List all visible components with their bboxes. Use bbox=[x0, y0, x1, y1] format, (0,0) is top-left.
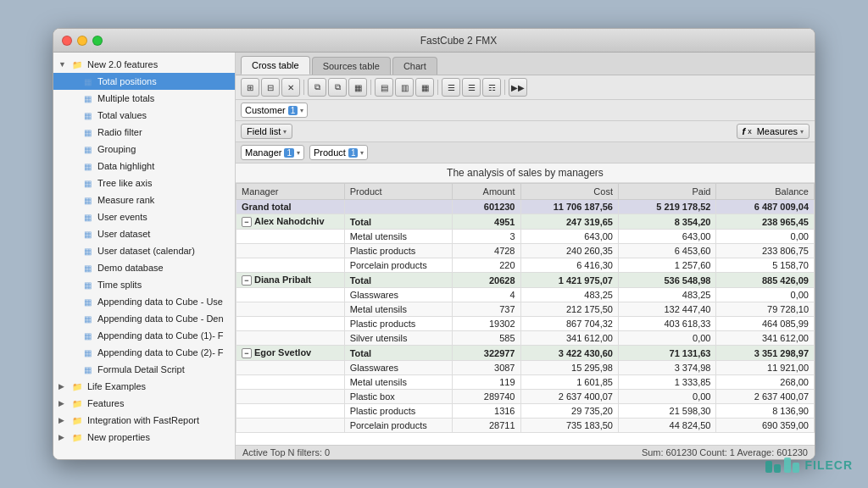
toolbar-btn-10[interactable]: ☰ bbox=[462, 78, 481, 97]
sidebar-item-life-examples[interactable]: ▶📁Life Examples bbox=[53, 378, 235, 395]
sidebar-item-total-positions[interactable]: ▦Total positions bbox=[53, 73, 235, 90]
sidebar-item-formula-detail[interactable]: ▦Formula Detail Script bbox=[53, 361, 235, 378]
close-button[interactable] bbox=[62, 36, 72, 46]
col-header-product: Product bbox=[344, 184, 452, 200]
cell-balance: 238 965,45 bbox=[716, 214, 815, 230]
toolbar-btn-8[interactable]: ▦ bbox=[415, 78, 434, 97]
sidebar-label: New properties bbox=[87, 432, 150, 442]
table-row[interactable]: Plastic box 289740 2 637 400,07 0,00 2 6… bbox=[236, 390, 815, 404]
sidebar-label: Appending data to Cube - Den bbox=[97, 313, 224, 324]
customer-dropdown[interactable]: Customer 1 ▾ bbox=[241, 103, 308, 118]
toolbar-btn-11[interactable]: ☶ bbox=[482, 78, 501, 97]
table-row[interactable]: Plastic products 1316 29 735,20 21 598,3… bbox=[236, 404, 815, 419]
table-row[interactable]: Plastic products 19302 867 704,32 403 61… bbox=[236, 317, 815, 331]
toolbar-btn-delete[interactable]: ✕ bbox=[281, 78, 300, 97]
measures-button[interactable]: fx Measures ▾ bbox=[737, 124, 810, 139]
cell-paid: 5 219 178,52 bbox=[618, 200, 715, 214]
sidebar-item-data-highlight[interactable]: ▦Data highlight bbox=[53, 158, 235, 175]
sidebar-item-integration[interactable]: ▶📁Integration with FastReport bbox=[53, 412, 235, 429]
toolbar-btn-play[interactable]: ▶▶ bbox=[509, 78, 527, 97]
sidebar-item-new-properties[interactable]: ▶📁New properties bbox=[53, 429, 235, 446]
toolbar-btn-9[interactable]: ☰ bbox=[442, 78, 460, 97]
cell-manager bbox=[236, 288, 345, 302]
sidebar-item-radio-filter[interactable]: ▦Radio filter bbox=[53, 124, 235, 141]
cell-balance: 3 351 298,97 bbox=[716, 346, 815, 361]
sidebar-item-new20[interactable]: ▼📁New 2.0 features bbox=[53, 56, 235, 73]
sidebar-item-appending-use[interactable]: ▦Appending data to Cube - Use bbox=[53, 293, 235, 310]
cell-balance: 0,00 bbox=[716, 230, 815, 244]
group-expand-icon[interactable]: − bbox=[242, 217, 252, 227]
table-row[interactable]: Metal utensils 119 1 601,85 1 333,85 268… bbox=[236, 375, 815, 390]
sidebar-item-time-splits[interactable]: ▦Time splits bbox=[53, 276, 235, 293]
table-row[interactable]: Glasswares 4 483,25 483,25 0,00 bbox=[236, 288, 815, 302]
titlebar: FastCube 2 FMX bbox=[53, 29, 815, 53]
product-dropdown[interactable]: Product 1 ▾ bbox=[309, 145, 368, 160]
cell-paid: 8 354,20 bbox=[618, 214, 715, 230]
sidebar-item-user-events[interactable]: ▦User events bbox=[53, 208, 235, 225]
sidebar-item-measure-rank[interactable]: ▦Measure rank bbox=[53, 191, 235, 208]
sidebar-label: Data highlight bbox=[97, 161, 154, 171]
folder-icon: 📁 bbox=[70, 396, 84, 410]
cell-cost: 212 175,50 bbox=[520, 302, 618, 317]
controls-row-1: Customer 1 ▾ bbox=[236, 100, 815, 121]
table-row[interactable]: Porcelain products 220 6 416,30 1 257,60… bbox=[236, 258, 815, 273]
table-row[interactable]: Glasswares 3087 15 295,98 3 374,98 11 92… bbox=[236, 361, 815, 375]
toolbar-btn-2[interactable]: ⊟ bbox=[261, 78, 280, 97]
toolbar-sep-4 bbox=[504, 80, 505, 95]
field-list-button[interactable]: Field list ▾ bbox=[241, 124, 292, 139]
table-row[interactable]: −Alex Nahodchiv Total 4951 247 319,65 8 … bbox=[236, 214, 815, 230]
toolbar-btn-3[interactable]: ⧉ bbox=[308, 78, 326, 97]
table-row[interactable]: Silver utensils 585 341 612,00 0,00 341 … bbox=[236, 331, 815, 346]
cell-manager bbox=[236, 302, 345, 317]
sidebar-item-tree-like-axis[interactable]: ▦Tree like axis bbox=[53, 175, 235, 191]
sidebar-label: Time splits bbox=[97, 280, 142, 290]
sidebar-item-user-dataset-cal[interactable]: ▦User dataset (calendar) bbox=[53, 242, 235, 259]
sidebar-label: Appending data to Cube (1)- F bbox=[97, 330, 224, 341]
maximize-button[interactable] bbox=[92, 36, 103, 46]
toolbar-btn-7[interactable]: ▥ bbox=[395, 78, 414, 97]
cell-manager bbox=[236, 258, 345, 273]
table-row[interactable]: Porcelain products 28711 735 183,50 44 8… bbox=[236, 419, 815, 433]
main-content: ▼📁New 2.0 features▦Total positions▦Multi… bbox=[53, 53, 815, 459]
field-list-label: Field list bbox=[247, 126, 281, 136]
tab-cross-table[interactable]: Cross table bbox=[241, 56, 310, 75]
sidebar-item-appending-f1[interactable]: ▦Appending data to Cube (1)- F bbox=[53, 327, 235, 344]
sidebar-item-grouping[interactable]: ▦Grouping bbox=[53, 141, 235, 158]
sidebar-item-appending-den[interactable]: ▦Appending data to Cube - Den bbox=[53, 310, 235, 327]
tab-chart[interactable]: Chart bbox=[392, 57, 437, 75]
sidebar-item-features[interactable]: ▶📁Features bbox=[53, 395, 235, 412]
cell-paid: 71 131,63 bbox=[618, 346, 715, 361]
table-row[interactable]: Grand total 601230 11 706 187,56 5 219 1… bbox=[236, 200, 815, 214]
manager-dropdown[interactable]: Manager 1 ▾ bbox=[241, 145, 304, 160]
table-area[interactable]: Manager Product Amount Cost Paid Balance… bbox=[236, 183, 815, 445]
table-row[interactable]: Metal utensils 737 212 175,50 132 447,40… bbox=[236, 302, 815, 317]
table-row[interactable]: Plastic products 4728 240 260,35 6 453,6… bbox=[236, 244, 815, 258]
toolbar-btn-1[interactable]: ⊞ bbox=[241, 78, 259, 97]
sidebar-label: User dataset (calendar) bbox=[97, 246, 195, 256]
cell-paid: 1 333,85 bbox=[618, 375, 715, 390]
cell-product: Silver utensils bbox=[344, 331, 452, 346]
sidebar-item-user-dataset[interactable]: ▦User dataset bbox=[53, 225, 235, 242]
toolbar-btn-5[interactable]: ▦ bbox=[348, 78, 367, 97]
main-window: FastCube 2 FMX ▼📁New 2.0 features▦Total … bbox=[53, 28, 815, 460]
cell-balance: 268,00 bbox=[716, 375, 815, 390]
sidebar-item-demo-database[interactable]: ▦Demo database bbox=[53, 259, 235, 276]
group-expand-icon[interactable]: − bbox=[242, 275, 252, 286]
sidebar-item-multiple-totals[interactable]: ▦Multiple totals bbox=[53, 90, 235, 107]
item-icon: ▦ bbox=[81, 227, 94, 241]
group-expand-icon[interactable]: − bbox=[242, 348, 252, 358]
minimize-button[interactable] bbox=[77, 36, 87, 46]
table-row[interactable]: Metal utensils 3 643,00 643,00 0,00 bbox=[236, 230, 815, 244]
sidebar-item-total-values[interactable]: ▦Total values bbox=[53, 107, 235, 124]
tab-sources-table[interactable]: Sources table bbox=[312, 57, 391, 75]
cell-cost: 240 260,35 bbox=[520, 244, 618, 258]
toolbar-btn-4[interactable]: ⧉ bbox=[328, 78, 347, 97]
cell-product: Porcelain products bbox=[344, 419, 452, 433]
group-label: Egor Svetlov bbox=[254, 347, 311, 358]
table-row[interactable]: −Diana Pribalt Total 20628 1 421 975,07 … bbox=[236, 273, 815, 288]
col-header-cost: Cost bbox=[520, 184, 618, 200]
cell-cost: 1 601,85 bbox=[520, 375, 618, 390]
sidebar-item-appending-f2[interactable]: ▦Appending data to Cube (2)- F bbox=[53, 344, 235, 361]
toolbar-btn-6[interactable]: ▤ bbox=[375, 78, 393, 97]
table-row[interactable]: −Egor Svetlov Total 322977 3 422 430,60 … bbox=[236, 346, 815, 361]
